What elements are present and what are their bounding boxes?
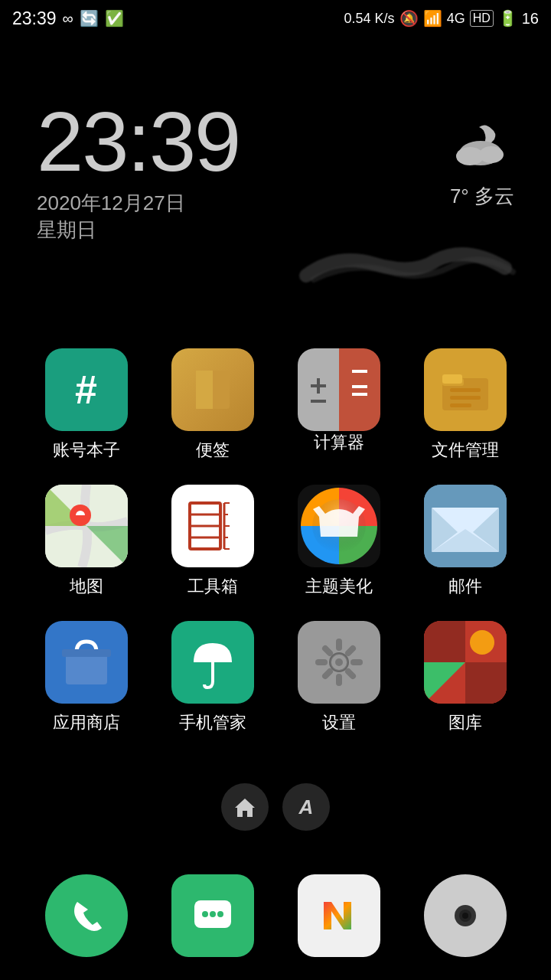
brush-decoration [298, 237, 520, 299]
app-gallery[interactable]: 图库 [408, 621, 523, 734]
svg-line-52 [348, 671, 353, 676]
app-label-bianjian: 便签 [196, 439, 230, 462]
svg-rect-18 [450, 403, 471, 407]
svg-rect-43 [66, 652, 107, 684]
svg-rect-6 [196, 371, 213, 390]
status-bar: 23:39 ∞ 🔄 ✅ 0.54 K/s 🔕 📶 4G HD 🔋 16 [0, 0, 551, 37]
svg-line-51 [325, 648, 330, 653]
clock-day: 星期日 [37, 217, 240, 243]
app-row-3: 应用商店 手机管家 [23, 621, 528, 734]
dock-nova[interactable] [298, 874, 380, 957]
weather-icon [450, 115, 514, 177]
nav-apps-button[interactable]: A [282, 783, 330, 831]
app-zhangben[interactable]: # 账号本子 [29, 348, 144, 462]
battery-icon: 🔋 [498, 9, 517, 28]
app-maps[interactable]: 地图 [29, 485, 144, 598]
hd-icon: HD [470, 10, 494, 27]
clock-date: 2020年12月27日 [37, 190, 240, 217]
app-calc[interactable]: 计算器 [282, 348, 396, 462]
app-store[interactable]: 应用商店 [29, 621, 144, 734]
app-label-zhangben: 账号本子 [53, 439, 120, 462]
dock-camera[interactable] [424, 874, 507, 957]
check-icon: ✅ [105, 9, 124, 28]
svg-marker-68 [324, 902, 351, 929]
app-toolbox[interactable]: 工具箱 [155, 485, 270, 598]
app-label-files: 文件管理 [432, 439, 499, 462]
wifi-icon: 📶 [423, 9, 442, 28]
app-icon-zhangben: # [45, 348, 128, 431]
app-label-calc: 计算器 [314, 431, 364, 454]
svg-rect-16 [450, 388, 481, 392]
svg-point-71 [462, 913, 468, 919]
status-time: 23:39 [12, 8, 57, 29]
nav-home-button[interactable] [221, 783, 269, 831]
app-icon-toolbox [171, 485, 254, 567]
status-left: 23:39 ∞ 🔄 ✅ [12, 8, 124, 29]
app-row-2: 地图 工 [23, 485, 528, 598]
app-label-gallery: 图库 [448, 711, 482, 734]
app-settings[interactable]: 设置 [282, 621, 396, 734]
svg-marker-62 [235, 799, 255, 817]
app-icon-settings [298, 621, 380, 704]
app-icon-bianjian [171, 348, 254, 431]
app-row-1: # 账号本子 便签 [23, 348, 528, 462]
app-files[interactable]: 文件管理 [408, 348, 523, 462]
app-icon-theme [298, 485, 380, 567]
app-grid: # 账号本子 便签 [0, 348, 551, 757]
svg-point-64 [202, 911, 208, 917]
dock [0, 874, 551, 957]
app-icon-calc [298, 348, 380, 431]
weather-info: 7° 多云 [450, 183, 514, 210]
app-icon-mail [424, 485, 507, 567]
network-speed: 0.54 K/s [344, 11, 395, 27]
dock-sms[interactable] [171, 874, 254, 957]
app-label-guard: 手机管家 [179, 711, 246, 734]
app-icon-gallery [424, 621, 507, 704]
app-icon-files [424, 348, 507, 431]
status-right: 0.54 K/s 🔕 📶 4G HD 🔋 16 [344, 9, 539, 28]
app-guard[interactable]: 手机管家 [155, 621, 270, 734]
sync-icon: 🔄 [80, 9, 99, 28]
signal-icon: 4G [447, 11, 465, 27]
nav-dots: A [0, 783, 551, 831]
app-mail[interactable]: 邮件 [408, 485, 523, 598]
svg-rect-59 [465, 662, 507, 704]
app-theme[interactable]: 主题美化 [282, 485, 396, 598]
dock-phone[interactable] [45, 874, 128, 957]
app-label-settings: 设置 [322, 711, 356, 734]
battery-level: 16 [522, 10, 539, 28]
app-icon-store [45, 621, 128, 704]
app-label-toolbox: 工具箱 [187, 575, 238, 598]
svg-rect-44 [62, 649, 111, 657]
condition: 多云 [474, 185, 514, 207]
svg-rect-15 [442, 374, 462, 384]
infinity-icon: ∞ [63, 10, 73, 28]
app-label-store: 应用商店 [53, 711, 120, 734]
app-label-maps: 地图 [70, 575, 103, 598]
app-bianjian[interactable]: 便签 [155, 348, 270, 462]
mute-icon: 🔕 [399, 9, 419, 28]
svg-rect-58 [424, 621, 465, 662]
svg-point-2 [479, 146, 504, 163]
weather-widget: 7° 多云 [450, 115, 514, 210]
app-icon-guard [171, 621, 254, 704]
temperature: 7° [450, 185, 469, 207]
svg-point-66 [217, 911, 223, 917]
app-icon-maps [45, 485, 128, 567]
svg-point-56 [335, 658, 343, 666]
clock-widget: 23:39 2020年12月27日 星期日 [37, 100, 240, 243]
svg-rect-17 [450, 396, 481, 400]
svg-point-60 [470, 630, 494, 655]
clock-time: 23:39 [37, 100, 240, 184]
app-label-theme: 主题美化 [305, 575, 373, 598]
svg-point-65 [210, 911, 216, 917]
app-label-mail: 邮件 [448, 575, 482, 598]
svg-line-54 [325, 671, 330, 676]
svg-line-53 [348, 648, 353, 653]
